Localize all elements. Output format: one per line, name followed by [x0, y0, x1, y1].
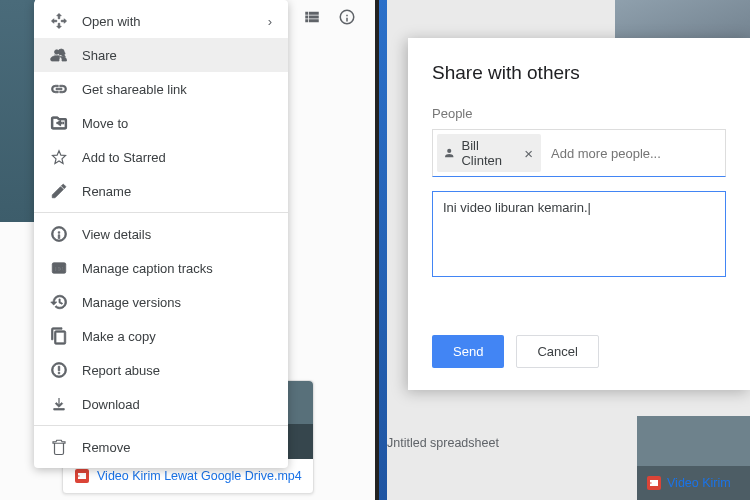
menu-item-move[interactable]: Move to	[34, 106, 288, 140]
add-people-input[interactable]	[545, 138, 725, 169]
people-field[interactable]: Bill Clinten ×	[432, 129, 726, 177]
video-filetype-icon	[647, 476, 661, 490]
send-button[interactable]: Send	[432, 335, 504, 368]
menu-item-label: View details	[82, 227, 151, 242]
people-label: People	[432, 106, 726, 121]
chevron-right-icon: ›	[268, 14, 272, 29]
menu-item-label: Manage caption tracks	[82, 261, 213, 276]
menu-item-copy[interactable]: Make a copy	[34, 319, 288, 353]
info-icon	[50, 225, 68, 243]
rename-icon	[50, 182, 68, 200]
info-toolbar-icon[interactable]	[334, 4, 360, 30]
person-icon	[443, 146, 455, 160]
left-pane: Open with›ShareGet shareable linkMove to…	[0, 0, 375, 500]
menu-item-label: Move to	[82, 116, 128, 131]
menu-item-label: Share	[82, 48, 117, 63]
menu-item-label: Add to Starred	[82, 150, 166, 165]
pane-divider	[375, 0, 379, 500]
open-with-icon	[50, 12, 68, 30]
share-icon	[50, 46, 68, 64]
menu-item-report[interactable]: Report abuse	[34, 353, 288, 387]
share-dialog: Share with others People Bill Clinten × …	[408, 38, 750, 390]
menu-item-link[interactable]: Get shareable link	[34, 72, 288, 106]
menu-item-label: Download	[82, 397, 140, 412]
move-icon	[50, 114, 68, 132]
context-menu: Open with›ShareGet shareable linkMove to…	[34, 0, 288, 468]
versions-icon	[50, 293, 68, 311]
menu-item-label: Get shareable link	[82, 82, 187, 97]
menu-item-rename[interactable]: Rename	[34, 174, 288, 208]
menu-item-cc[interactable]: Manage caption tracks	[34, 251, 288, 285]
message-textarea[interactable]	[432, 191, 726, 277]
menu-item-star[interactable]: Add to Starred	[34, 140, 288, 174]
menu-item-label: Manage versions	[82, 295, 181, 310]
download-icon	[50, 395, 68, 413]
menu-item-label: Report abuse	[82, 363, 160, 378]
chip-remove-icon[interactable]: ×	[522, 145, 535, 162]
menu-item-share[interactable]: Share	[34, 38, 288, 72]
menu-item-label: Rename	[82, 184, 131, 199]
file-name-label: Video Kirim Lewat Google Drive.mp4	[97, 469, 302, 483]
right-pane: Jntitled spreadsheet Video Kirim Share w…	[375, 0, 750, 500]
menu-item-label: Remove	[82, 440, 130, 455]
report-icon	[50, 361, 68, 379]
menu-item-download[interactable]: Download	[34, 387, 288, 421]
chip-label: Bill Clinten	[461, 138, 516, 168]
menu-separator	[34, 425, 288, 426]
star-icon	[50, 148, 68, 166]
dialog-title: Share with others	[432, 62, 726, 84]
menu-item-trash[interactable]: Remove	[34, 430, 288, 464]
background-thumbnail	[0, 0, 35, 222]
menu-separator	[34, 212, 288, 213]
menu-item-label: Make a copy	[82, 329, 156, 344]
cc-icon	[50, 259, 68, 277]
list-view-icon[interactable]	[299, 4, 325, 30]
person-chip[interactable]: Bill Clinten ×	[437, 134, 541, 172]
trash-icon	[50, 438, 68, 456]
bg-file-label: Video Kirim	[647, 476, 731, 490]
link-icon	[50, 80, 68, 98]
copy-icon	[50, 327, 68, 345]
video-filetype-icon	[75, 469, 89, 483]
menu-item-label: Open with	[82, 14, 141, 29]
bg-file-label: Jntitled spreadsheet	[387, 436, 499, 450]
menu-item-info[interactable]: View details	[34, 217, 288, 251]
cancel-button[interactable]: Cancel	[516, 335, 598, 368]
menu-item-open-with[interactable]: Open with›	[34, 4, 288, 38]
menu-item-versions[interactable]: Manage versions	[34, 285, 288, 319]
